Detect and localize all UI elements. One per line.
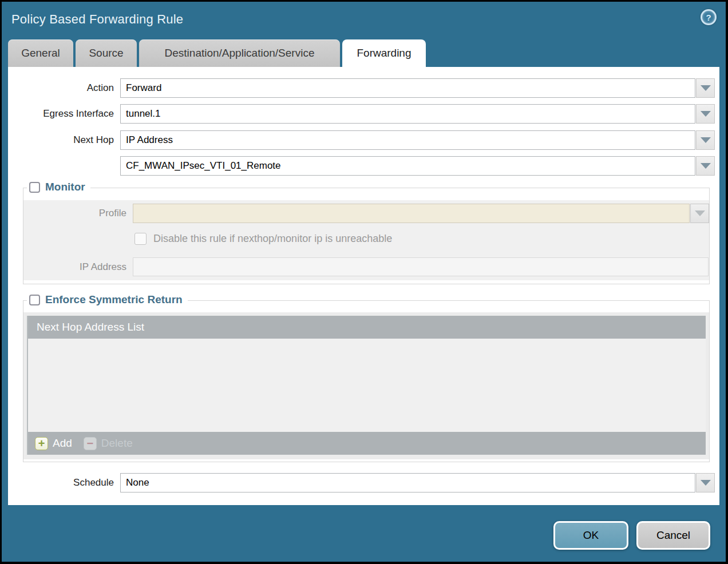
monitor-legend: Monitor (27, 181, 90, 193)
next-hop-address-combo: CF_MWAN_IPsec_VTI_01_Remote (120, 156, 715, 176)
monitor-ip-address-value (133, 257, 709, 276)
chevron-down-icon (695, 210, 705, 216)
monitor-checkbox[interactable] (29, 182, 40, 193)
egress-interface-combo: tunnel.1 (120, 104, 715, 124)
next-hop-address-dropdown-button[interactable] (696, 156, 715, 176)
delete-icon: − (84, 437, 97, 450)
add-icon: + (35, 437, 48, 450)
monitor-ip-address-label: IP Address (23, 261, 133, 273)
schedule-value[interactable]: None (120, 473, 695, 492)
action-row: Action Forward (8, 78, 715, 98)
dialog-title: Policy Based Forwarding Rule (11, 12, 183, 27)
help-icon[interactable]: ? (701, 9, 717, 25)
title-bar: Policy Based Forwarding Rule ? (2, 2, 726, 38)
disable-rule-row: Disable this rule if nexthop/monitor ip … (23, 231, 709, 247)
chevron-down-icon (701, 480, 711, 486)
tab-destination-application-service[interactable]: Destination/Application/Service (139, 39, 340, 67)
egress-interface-row: Egress Interface tunnel.1 (8, 104, 715, 124)
chevron-down-icon (701, 163, 711, 169)
policy-based-forwarding-dialog: Policy Based Forwarding Rule ? General S… (2, 2, 726, 562)
egress-interface-label: Egress Interface (8, 108, 120, 120)
table-toolbar: + Add − Delete (28, 432, 706, 455)
delete-button: − Delete (84, 437, 133, 450)
ok-button[interactable]: OK (553, 521, 628, 550)
schedule-row: Schedule None (8, 473, 715, 492)
monitor-legend-label: Monitor (45, 181, 85, 193)
chevron-down-icon (701, 137, 711, 143)
schedule-combo: None (120, 473, 715, 492)
next-hop-dropdown-button[interactable] (696, 130, 715, 150)
disable-rule-checkbox (134, 233, 147, 245)
action-label: Action (8, 82, 120, 94)
next-hop-label: Next Hop (8, 134, 120, 146)
next-hop-address-list-wrap: Next Hop Address List + Add − Delete (23, 312, 709, 459)
profile-label: Profile (23, 208, 133, 219)
forwarding-tab-panel: Action Forward Egress Interface tunnel.1… (8, 67, 719, 505)
tab-source[interactable]: Source (76, 39, 137, 67)
next-hop-address-list-header: Next Hop Address List (28, 316, 706, 339)
egress-interface-dropdown-button[interactable] (696, 104, 715, 124)
tab-general[interactable]: General (8, 39, 73, 67)
next-hop-address-row: CF_MWAN_IPsec_VTI_01_Remote (8, 156, 715, 176)
symmetric-return-fieldset: Enforce Symmetric Return Next Hop Addres… (23, 300, 710, 462)
next-hop-type-value[interactable]: IP Address (120, 130, 695, 150)
action-combo: Forward (120, 78, 715, 98)
schedule-dropdown-button[interactable] (696, 473, 715, 492)
chevron-down-icon (701, 111, 711, 117)
tab-bar: General Source Destination/Application/S… (8, 39, 719, 67)
next-hop-address-list-body[interactable] (28, 339, 706, 432)
action-value[interactable]: Forward (120, 78, 695, 98)
monitor-fieldset: Monitor Profile Disable this rule if nex… (23, 188, 710, 284)
next-hop-row: Next Hop IP Address (8, 130, 715, 150)
schedule-label: Schedule (8, 477, 120, 488)
monitor-panel: Profile Disable this rule if nexthop/mon… (23, 200, 709, 280)
profile-value (133, 204, 690, 223)
next-hop-address-list-table: Next Hop Address List + Add − Delete (27, 316, 706, 455)
disable-rule-label: Disable this rule if nexthop/monitor ip … (153, 233, 392, 245)
symmetric-return-legend: Enforce Symmetric Return (27, 293, 188, 306)
cancel-button[interactable]: Cancel (636, 521, 710, 550)
symmetric-return-legend-label: Enforce Symmetric Return (45, 293, 183, 306)
enforce-symmetric-return-checkbox[interactable] (29, 295, 40, 305)
delete-button-label: Delete (101, 437, 133, 450)
next-hop-combo: IP Address (120, 130, 715, 150)
profile-row: Profile (23, 204, 709, 223)
add-button-label: Add (53, 437, 72, 450)
monitor-ip-address-row: IP Address (23, 257, 709, 276)
tab-forwarding[interactable]: Forwarding (342, 39, 426, 67)
egress-interface-value[interactable]: tunnel.1 (120, 104, 695, 124)
add-button[interactable]: + Add (35, 437, 72, 450)
profile-dropdown-button (690, 204, 709, 223)
next-hop-address-value[interactable]: CF_MWAN_IPsec_VTI_01_Remote (120, 156, 695, 176)
action-dropdown-button[interactable] (696, 78, 715, 98)
chevron-down-icon (701, 85, 711, 91)
